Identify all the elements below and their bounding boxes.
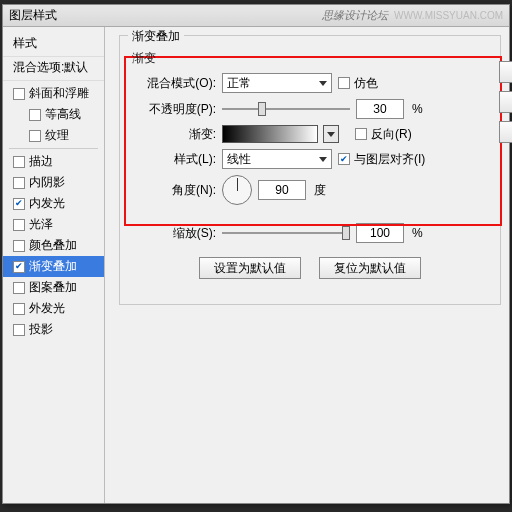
- styles-sidebar: 样式 混合选项:默认 斜面和浮雕等高线纹理描边内阴影内发光光泽颜色叠加渐变叠加图…: [3, 27, 105, 503]
- ok-button[interactable]: [499, 61, 512, 83]
- sidebar-item-label: 斜面和浮雕: [29, 85, 89, 102]
- blending-options[interactable]: 混合选项:默认: [3, 57, 104, 81]
- checkbox-icon: [13, 88, 25, 100]
- main-panel: 渐变叠加 渐变 混合模式(O): 正常 仿色 不透明度(P):: [105, 27, 509, 503]
- checkbox-icon: [355, 128, 367, 140]
- reverse-label: 反向(R): [371, 126, 412, 143]
- sidebar-item-label: 纹理: [45, 127, 69, 144]
- checkbox-icon: [338, 153, 350, 165]
- scale-input[interactable]: 100: [356, 223, 404, 243]
- sidebar-item-label: 等高线: [45, 106, 81, 123]
- sidebar-item-label: 内发光: [29, 195, 65, 212]
- window-title: 图层样式: [9, 7, 57, 24]
- gradient-swatch[interactable]: [222, 125, 318, 143]
- group-subtitle: 渐变: [132, 50, 490, 67]
- sidebar-item-label: 渐变叠加: [29, 258, 77, 275]
- sidebar-item-1[interactable]: 等高线: [3, 104, 104, 125]
- style-select[interactable]: 线性: [222, 149, 332, 169]
- checkbox-icon: [29, 130, 41, 142]
- sidebar-item-8[interactable]: 渐变叠加: [3, 256, 104, 277]
- gradient-overlay-group: 渐变叠加 渐变 混合模式(O): 正常 仿色 不透明度(P):: [119, 35, 501, 305]
- sidebar-heading[interactable]: 样式: [3, 33, 104, 57]
- sidebar-item-label: 光泽: [29, 216, 53, 233]
- checkbox-icon: [13, 261, 25, 273]
- sidebar-item-2[interactable]: 纹理: [3, 125, 104, 146]
- opacity-input[interactable]: 30: [356, 99, 404, 119]
- sidebar-item-label: 内阴影: [29, 174, 65, 191]
- titlebar[interactable]: 图层样式 思缘设计论坛 WWW.MISSYUAN.COM: [3, 5, 509, 27]
- dither-label: 仿色: [354, 75, 378, 92]
- checkbox-icon: [13, 156, 25, 168]
- angle-unit: 度: [314, 182, 326, 199]
- align-checkbox[interactable]: 与图层对齐(I): [338, 151, 425, 168]
- opacity-unit: %: [412, 102, 423, 116]
- watermark-url: WWW.MISSYUAN.COM: [394, 10, 503, 21]
- sidebar-item-5[interactable]: 内发光: [3, 193, 104, 214]
- angle-input[interactable]: 90: [258, 180, 306, 200]
- checkbox-icon: [13, 282, 25, 294]
- sidebar-item-6[interactable]: 光泽: [3, 214, 104, 235]
- scale-slider[interactable]: [222, 225, 350, 241]
- sidebar-item-0[interactable]: 斜面和浮雕: [3, 83, 104, 104]
- sidebar-item-7[interactable]: 颜色叠加: [3, 235, 104, 256]
- gradient-picker-button[interactable]: [323, 125, 339, 143]
- angle-label: 角度(N):: [130, 182, 216, 199]
- sidebar-item-label: 投影: [29, 321, 53, 338]
- scale-unit: %: [412, 226, 423, 240]
- checkbox-icon: [29, 109, 41, 121]
- make-default-button[interactable]: 设置为默认值: [199, 257, 301, 279]
- sidebar-item-label: 颜色叠加: [29, 237, 77, 254]
- checkbox-icon: [13, 303, 25, 315]
- layer-style-dialog: 图层样式 思缘设计论坛 WWW.MISSYUAN.COM 样式 混合选项:默认 …: [2, 4, 510, 504]
- blend-mode-label: 混合模式(O):: [130, 75, 216, 92]
- checkbox-icon: [13, 324, 25, 336]
- dither-checkbox[interactable]: 仿色: [338, 75, 378, 92]
- sidebar-item-10[interactable]: 外发光: [3, 298, 104, 319]
- checkbox-icon: [338, 77, 350, 89]
- scale-label: 缩放(S):: [130, 225, 216, 242]
- checkbox-icon: [13, 177, 25, 189]
- sidebar-item-label: 外发光: [29, 300, 65, 317]
- sidebar-item-3[interactable]: 描边: [3, 151, 104, 172]
- dialog-button-rail: [499, 61, 512, 143]
- cancel-button[interactable]: [499, 91, 512, 113]
- opacity-label: 不透明度(P):: [130, 101, 216, 118]
- reverse-checkbox[interactable]: 反向(R): [355, 126, 412, 143]
- sidebar-item-label: 图案叠加: [29, 279, 77, 296]
- style-label: 样式(L):: [130, 151, 216, 168]
- blend-mode-value: 正常: [227, 75, 251, 92]
- gradient-label: 渐变:: [130, 126, 216, 143]
- style-value: 线性: [227, 151, 251, 168]
- watermark-brand: 思缘设计论坛: [322, 8, 388, 23]
- caret-down-icon: [319, 157, 327, 162]
- opacity-slider[interactable]: [222, 101, 350, 117]
- angle-dial[interactable]: [222, 175, 252, 205]
- checkbox-icon: [13, 198, 25, 210]
- sidebar-item-11[interactable]: 投影: [3, 319, 104, 340]
- sidebar-item-9[interactable]: 图案叠加: [3, 277, 104, 298]
- group-title: 渐变叠加: [128, 28, 184, 45]
- caret-down-icon: [327, 132, 335, 137]
- checkbox-icon: [13, 219, 25, 231]
- sidebar-item-label: 描边: [29, 153, 53, 170]
- checkbox-icon: [13, 240, 25, 252]
- reset-default-button[interactable]: 复位为默认值: [319, 257, 421, 279]
- blend-mode-select[interactable]: 正常: [222, 73, 332, 93]
- align-label: 与图层对齐(I): [354, 151, 425, 168]
- sidebar-item-4[interactable]: 内阴影: [3, 172, 104, 193]
- new-style-button[interactable]: [499, 121, 512, 143]
- caret-down-icon: [319, 81, 327, 86]
